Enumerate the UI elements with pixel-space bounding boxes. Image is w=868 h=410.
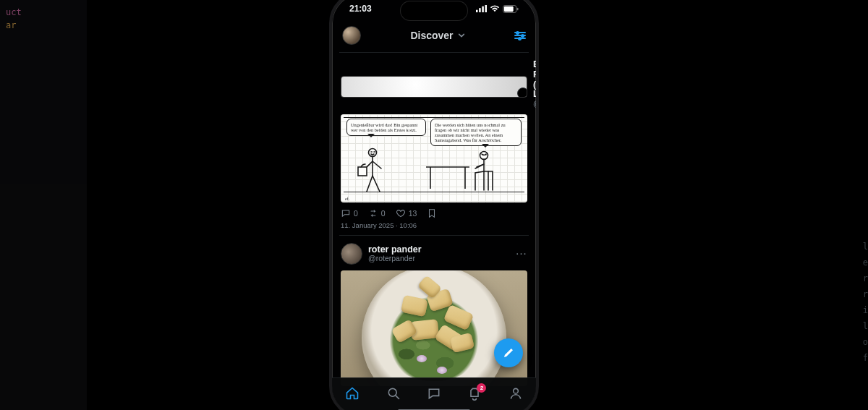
tab-home[interactable] — [345, 386, 359, 403]
tab-mentions[interactable] — [427, 386, 441, 403]
bookmark-icon — [427, 208, 437, 218]
speech-bubble-right: Die werden sich hüten uns nochmal zu fra… — [430, 119, 522, 147]
iphone-frame: 21:03 Discover — [329, 0, 539, 410]
profile-icon — [509, 386, 523, 401]
heart-icon — [396, 208, 406, 218]
author-handle[interactable]: @roterpander — [368, 255, 511, 263]
svg-rect-6 — [517, 7, 519, 10]
comic-table — [425, 161, 471, 193]
status-time: 21:03 — [349, 4, 372, 14]
boost-count: 0 — [381, 209, 386, 218]
svg-point-10 — [388, 388, 396, 396]
like-count: 13 — [409, 209, 417, 218]
chat-icon — [427, 386, 441, 401]
svg-rect-2 — [482, 7, 484, 12]
social-app: 21:03 Discover — [332, 0, 536, 410]
account-avatar-button[interactable] — [342, 26, 361, 45]
page-title: Discover — [410, 30, 453, 41]
svg-rect-1 — [479, 8, 481, 12]
search-icon — [386, 386, 401, 401]
post[interactable]: Egon Forever! (Andre Lux) @egonforever ·… — [339, 52, 529, 235]
notification-badge: 2 — [477, 383, 486, 393]
tab-profile[interactable] — [509, 386, 523, 403]
reply-button[interactable]: 0 — [341, 208, 358, 218]
speech-bubble-left: Ungenießbar wird das! Bin gespannt wer v… — [346, 119, 426, 136]
stick-figure-standing — [357, 147, 391, 193]
author-avatar[interactable] — [341, 243, 362, 265]
boost-button[interactable]: 0 — [368, 208, 386, 218]
svg-rect-0 — [476, 10, 478, 12]
comic-signature: ef. — [345, 197, 349, 201]
post-timestamp: 11. January 2025 · 10:06 — [341, 221, 527, 229]
svg-point-11 — [513, 388, 518, 393]
svg-rect-8 — [358, 167, 367, 176]
home-icon — [345, 386, 359, 401]
bookmark-button[interactable] — [427, 208, 437, 218]
post-media-comic[interactable]: Ungenießbar wird das! Bin gespannt wer v… — [341, 114, 527, 203]
boost-icon — [368, 208, 378, 218]
pencil-icon — [502, 346, 515, 359]
post-media-photo[interactable] — [341, 270, 527, 386]
battery-icon — [503, 5, 519, 13]
app-header: Discover — [332, 23, 536, 52]
reply-icon — [341, 208, 351, 218]
tab-notifications[interactable]: 2 — [467, 386, 482, 403]
stick-figure-sitting — [474, 150, 503, 193]
author-avatar[interactable] — [341, 76, 527, 98]
like-button[interactable]: 13 — [396, 208, 417, 218]
cellular-icon — [476, 5, 487, 12]
post[interactable]: roter pander @roterpander ··· — [339, 235, 529, 392]
status-indicators — [476, 5, 519, 13]
filters-button[interactable] — [514, 32, 526, 39]
author-display-name[interactable]: Egon Forever! (Andre Lux) — [533, 60, 536, 100]
svg-point-7 — [369, 149, 377, 157]
svg-rect-5 — [504, 6, 514, 11]
feed-selector[interactable]: Discover — [410, 30, 464, 41]
tab-bar: 2 — [332, 377, 536, 410]
reply-count: 0 — [354, 209, 358, 218]
code-editor-bleed: uct ar — [0, 0, 87, 410]
author-display-name[interactable]: roter pander — [368, 245, 511, 255]
post-more-button[interactable]: ··· — [516, 249, 527, 258]
compose-button[interactable] — [494, 338, 523, 367]
code-editor-right-bleed: l e r r i l o f — [863, 239, 868, 366]
dynamic-island — [401, 1, 467, 20]
tab-search[interactable] — [386, 386, 401, 403]
svg-rect-3 — [485, 5, 488, 12]
author-handle[interactable]: @egonforever — [533, 100, 536, 108]
chevron-down-icon — [458, 32, 465, 39]
wifi-icon — [490, 5, 500, 12]
